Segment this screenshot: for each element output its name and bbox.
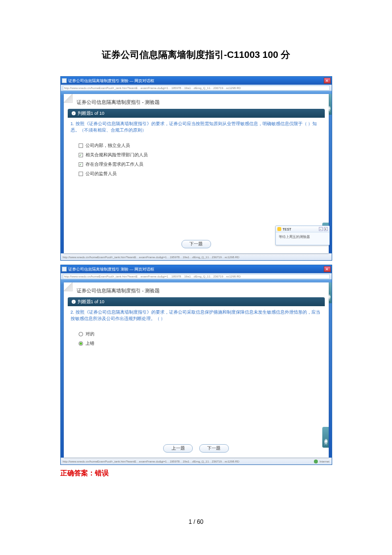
viewport: 基 考 好 方 证券公司信息隔离墙制度指引 - 测验题 › 判断题1 of 10… [61, 91, 332, 253]
section-label: 判断题1 of 10 [78, 299, 105, 305]
app-icon [62, 267, 67, 272]
option-label: 对的 [86, 331, 94, 337]
checkbox-icon[interactable] [79, 162, 83, 167]
status-url: http://www.snedu.cn/homeExamPool/r_tank.… [63, 460, 240, 463]
option-label: 公司内部，独立业人员 [86, 142, 130, 149]
option-item[interactable]: 对的 [79, 331, 329, 337]
app-icon [62, 78, 67, 83]
option-label: 上错 [86, 340, 94, 347]
checkbox-icon[interactable] [79, 172, 83, 176]
url-address[interactable]: http://www.snedu.cn/homeExamPool/r_tank.… [63, 274, 330, 279]
browser-window: 证券公司信息隔离墙制度指引 测验 — 网页对话框 ✕ http://www.sn… [60, 265, 332, 465]
browser-window: 证券公司信息隔离墙制度指引 测验 — 网页对话框 ✕ http://www.sn… [60, 76, 332, 261]
window-titlebar: 证券公司信息隔离墙制度指引 测验 — 网页对话框 ✕ [61, 265, 332, 273]
window-title: 证券公司信息隔离墙制度指引 测验 — 网页对话框 [68, 78, 155, 84]
options-list: 对的 上错 [64, 327, 329, 355]
option-item[interactable]: 公司的监督人员 [79, 171, 329, 177]
radio-icon[interactable] [79, 332, 83, 336]
popup-title: TEST [283, 228, 292, 231]
option-label: 存在合理业务需求的工作人员 [86, 161, 143, 168]
window-title: 证券公司信息隔离墙制度指引 测验 — 网页对话框 [68, 267, 155, 272]
panel-title: 证券公司信息隔离墙制度指引 - 测验题 [64, 282, 329, 297]
option-label: 相关合规和风险管理部门的人员 [86, 152, 148, 158]
status-bar: http://www.snedu.cn/homeExamPool/r_tank.… [61, 458, 332, 464]
address-bar-row: http://www.snedu.cn/homeExamPool/r_tank.… [61, 273, 332, 279]
radio-icon[interactable] [79, 341, 83, 346]
checkbox-icon[interactable] [79, 143, 83, 148]
question-text: 1. 按照《证券公司信息隔离墙制度指引》的要求，证券公司应当按照需知原则从业管理… [64, 118, 329, 139]
minimize-icon[interactable]: – [319, 227, 323, 231]
popup-body: 等待上周五的测验题 [276, 232, 329, 241]
checkbox-icon[interactable] [79, 153, 83, 157]
close-icon[interactable]: ✕ [324, 266, 331, 272]
popup-header: TEST – × [276, 226, 329, 232]
status-zone: Internet [319, 460, 329, 463]
option-label: 公司的监督人员 [86, 171, 117, 177]
paper-panel: 证券公司信息隔离墙制度指引 - 测验题 › 判断题1 of 10 2. 按照《证… [64, 282, 329, 458]
warning-icon [277, 227, 281, 231]
correct-answer: 正确答案：错误 [60, 469, 332, 478]
section-label: 判断题1 of 10 [78, 110, 105, 117]
option-item[interactable]: 存在合理业务需求的工作人员 [79, 161, 329, 168]
close-icon[interactable]: × [324, 227, 328, 231]
next-button[interactable]: 下一题 [181, 240, 211, 248]
option-item[interactable]: 上错 [79, 340, 329, 347]
address-bar-row: http://www.snedu.cn/homeExamPool/r_tank.… [61, 85, 332, 91]
question-header: › 判断题1 of 10 [68, 297, 325, 306]
option-item[interactable]: 公司内部，独立业人员 [79, 142, 329, 149]
page-title: 证券公司信息隔离墙制度指引-C11003 100 分 [0, 48, 392, 61]
next-button[interactable]: 下一题 [199, 444, 229, 453]
globe-icon [314, 460, 318, 463]
status-url: http://www.snedu.cn/homeExamPool/r_tank.… [63, 256, 240, 259]
question-header: › 判断题1 of 10 [68, 109, 325, 118]
viewport: 基 考 好 方 证券公司信息隔离墙制度指引 - 测验题 › 判断题1 of 10… [61, 279, 332, 458]
question-text: 2. 按照《证券公司信息隔离墙制度指引》的要求，证券公司采取信息保护措施和制度保… [64, 306, 329, 327]
screenshot-1: 证券公司信息隔离墙制度指引 测验 — 网页对话框 ✕ http://www.sn… [60, 76, 332, 261]
status-bar: http://www.snedu.cn/homeExamPool/r_tank.… [61, 253, 332, 260]
paper-fold-icon [64, 282, 73, 291]
screenshot-2: 证券公司信息隔离墙制度指引 测验 — 网页对话框 ✕ http://www.sn… [60, 265, 332, 465]
arrow-icon: › [72, 300, 76, 304]
option-item[interactable]: 相关合规和风险管理部门的人员 [79, 152, 329, 158]
window-titlebar: 证券公司信息隔离墙制度指引 测验 — 网页对话框 ✕ [61, 77, 332, 85]
side-badge-icon: 基 考 好 方 [322, 427, 329, 448]
url-address[interactable]: http://www.snedu.cn/homeExamPool/r_tank.… [63, 86, 330, 91]
prev-button[interactable]: 上一题 [163, 444, 193, 453]
nav-row: 上一题 下一题 [64, 439, 329, 458]
panel-title: 证券公司信息隔离墙制度指引 - 测验题 [64, 94, 329, 109]
options-list: 公司内部，独立业人员 相关合规和风险管理部门的人员 存在合理业务需求的工作人员 … [64, 139, 329, 185]
page-number: 1 / 60 [0, 518, 392, 525]
arrow-icon: › [72, 111, 76, 115]
close-icon[interactable]: ✕ [324, 78, 331, 84]
paper-fold-icon [64, 94, 73, 103]
notification-popup: TEST – × 等待上周五的测验题 [275, 226, 330, 245]
